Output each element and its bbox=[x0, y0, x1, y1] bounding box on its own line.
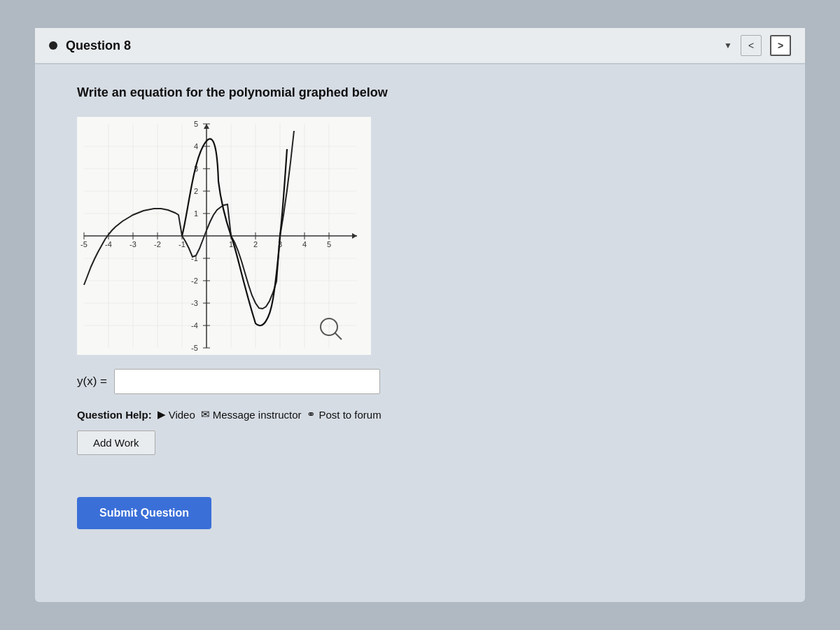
header-bar: Question 8 ▼ < > bbox=[35, 28, 805, 64]
answer-label: y(x) = bbox=[77, 374, 107, 388]
answer-input[interactable] bbox=[114, 369, 380, 394]
graph-container: -5 -4 -3 -2 -1 1 2 3 4 bbox=[77, 117, 763, 355]
video-icon: ▶ bbox=[158, 408, 166, 421]
polynomial-graph: -5 -4 -3 -2 -1 1 2 3 4 bbox=[77, 117, 371, 355]
svg-text:-3: -3 bbox=[191, 299, 198, 307]
forum-label: Post to forum bbox=[318, 409, 381, 421]
svg-text:4: 4 bbox=[302, 240, 307, 248]
add-work-button[interactable]: Add Work bbox=[77, 430, 155, 455]
content-area: Write an equation for the polynomial gra… bbox=[35, 64, 805, 550]
svg-text:5: 5 bbox=[327, 240, 331, 248]
svg-text:-5: -5 bbox=[80, 240, 88, 248]
message-icon: ✉ bbox=[201, 408, 210, 421]
svg-text:-4: -4 bbox=[105, 240, 112, 248]
video-label: Video bbox=[169, 409, 195, 421]
forum-icon: ⚭ bbox=[307, 408, 316, 421]
message-link[interactable]: ✉ Message instructor bbox=[201, 408, 302, 421]
svg-text:-3: -3 bbox=[130, 240, 136, 248]
forum-link[interactable]: ⚭ Post to forum bbox=[307, 408, 381, 421]
svg-text:-4: -4 bbox=[191, 321, 198, 330]
submit-button[interactable]: Submit Question bbox=[77, 497, 211, 529]
svg-text:2: 2 bbox=[194, 187, 198, 195]
svg-text:1: 1 bbox=[194, 209, 198, 218]
question-text: Write an equation for the polynomial gra… bbox=[77, 85, 763, 100]
answer-row: y(x) = bbox=[77, 369, 763, 394]
svg-text:-2: -2 bbox=[154, 240, 161, 248]
next-nav-button[interactable]: > bbox=[770, 35, 791, 56]
help-row: Question Help: ▶ Video ✉ Message instruc… bbox=[77, 408, 763, 421]
svg-text:5: 5 bbox=[194, 120, 198, 128]
svg-text:4: 4 bbox=[194, 142, 198, 150]
video-link[interactable]: ▶ Video bbox=[158, 408, 195, 421]
dropdown-arrow-icon[interactable]: ▼ bbox=[724, 41, 732, 50]
main-panel: Question 8 ▼ < > Write an equation for t… bbox=[35, 28, 805, 602]
svg-text:-5: -5 bbox=[191, 344, 198, 352]
svg-text:-1: -1 bbox=[178, 240, 186, 248]
svg-text:-2: -2 bbox=[191, 276, 198, 285]
svg-text:2: 2 bbox=[253, 240, 258, 248]
question-dot bbox=[49, 41, 57, 50]
message-label: Message instructor bbox=[213, 409, 302, 421]
question-title: Question 8 bbox=[66, 38, 715, 53]
prev-nav-button[interactable]: < bbox=[741, 35, 762, 56]
help-label: Question Help: bbox=[77, 409, 152, 421]
